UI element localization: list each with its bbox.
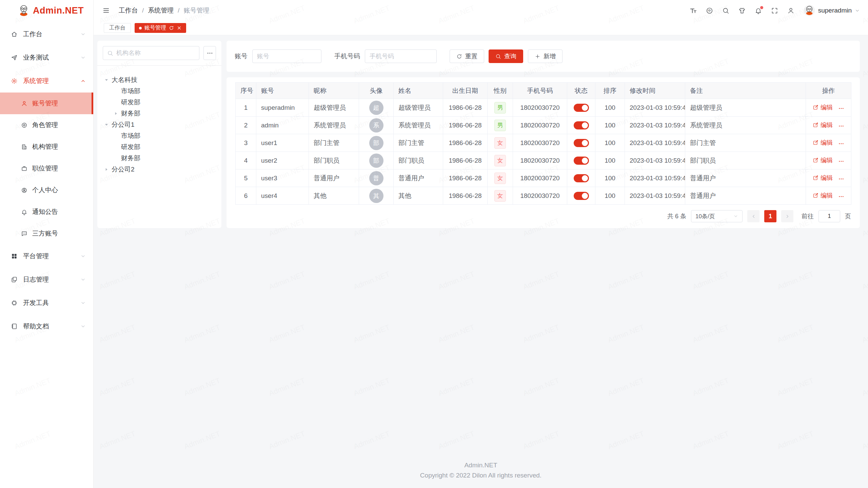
cell-nickname: 部门职员: [309, 152, 359, 169]
sidebar-item-notice-announcement[interactable]: 通知公告: [0, 201, 93, 223]
username: superadmin: [818, 7, 852, 14]
org-more-button[interactable]: [203, 46, 216, 60]
sidebar-item-label: 机构管理: [32, 142, 58, 151]
more-actions-button[interactable]: [838, 176, 844, 182]
tab-workbench[interactable]: 工作台: [104, 23, 131, 33]
sidebar-item-personal-center[interactable]: 个人中心: [0, 179, 93, 201]
status-toggle[interactable]: [574, 174, 589, 182]
sidebar-item-role-management[interactable]: 角色管理: [0, 114, 93, 136]
tree-node-3[interactable]: 财务部: [103, 108, 216, 119]
sidebar-item-business-test[interactable]: 业务测试: [0, 46, 93, 69]
sidebar-item-platform-management[interactable]: 平台管理: [0, 244, 93, 268]
query-button[interactable]: 查询: [489, 49, 523, 63]
more-actions-button[interactable]: [838, 123, 844, 129]
more-actions-button[interactable]: [838, 105, 844, 111]
reset-button[interactable]: 重置: [450, 49, 484, 63]
page-number-1[interactable]: 1: [764, 210, 776, 222]
footer-copyright: Copyright © 2022 Dilon All rights reserv…: [94, 470, 868, 481]
tree-node-8[interactable]: 分公司2: [103, 164, 216, 175]
caret-right-icon[interactable]: [114, 111, 118, 116]
gender-tag: 女: [494, 137, 506, 149]
caret-down-icon[interactable]: [104, 78, 109, 82]
sidebar-item-log-management[interactable]: 日志管理: [0, 268, 93, 291]
sidebar-item-account-management[interactable]: 账号管理: [0, 93, 93, 114]
sidebar-item-org-management[interactable]: 机构管理: [0, 136, 93, 158]
watermark-text: Admin.NET: [607, 323, 645, 345]
prev-page-button[interactable]: [747, 210, 760, 222]
tree-node-4[interactable]: 分公司1: [103, 119, 216, 130]
sidebar-item-label: 日志管理: [23, 275, 49, 284]
tree-node-5[interactable]: 市场部: [103, 130, 216, 141]
cell-nickname: 系统管理员: [309, 117, 359, 134]
sidebar-item-workbench[interactable]: 工作台: [0, 22, 93, 46]
ellipsis-icon: [838, 105, 844, 111]
caret-placeholder: [114, 156, 118, 161]
tree-node-0[interactable]: 大名科技: [103, 74, 216, 85]
edit-button[interactable]: 编辑: [813, 139, 833, 147]
next-page-button[interactable]: [781, 210, 793, 222]
chevron-down-icon: [80, 32, 86, 37]
goto-page-input[interactable]: [818, 210, 840, 222]
add-button[interactable]: 新增: [528, 49, 563, 63]
status-toggle[interactable]: [574, 121, 589, 129]
status-toggle[interactable]: [574, 157, 589, 165]
pagination-total: 共 6 条: [667, 212, 686, 220]
edit-button[interactable]: 编辑: [813, 103, 833, 111]
user-menu[interactable]: superadmin: [804, 5, 860, 16]
sidebar-item-third-party-account[interactable]: 三方账号: [0, 223, 93, 244]
watermark-text: Admin.NET: [183, 270, 221, 292]
edit-button[interactable]: 编辑: [813, 156, 833, 164]
cell-status: [567, 187, 595, 205]
close-icon[interactable]: [177, 25, 182, 30]
status-toggle[interactable]: [574, 139, 589, 147]
gender-tag: 女: [494, 155, 506, 166]
status-toggle[interactable]: [574, 104, 589, 112]
caret-right-icon: [104, 167, 109, 172]
notification-icon[interactable]: [755, 7, 762, 14]
caret-right-icon[interactable]: [104, 167, 109, 172]
edit-button[interactable]: 编辑: [813, 121, 833, 129]
tree-node-6[interactable]: 研发部: [103, 141, 216, 152]
cell-name: 系统管理员: [394, 117, 443, 134]
org-tree-panel: 大名科技市场部研发部财务部分公司1市场部研发部财务部分公司2: [97, 41, 221, 228]
breadcrumb-item[interactable]: 工作台: [119, 6, 138, 15]
font-size-icon[interactable]: [690, 7, 697, 14]
more-actions-button[interactable]: [838, 158, 844, 164]
status-toggle[interactable]: [574, 192, 589, 200]
sidebar-item-position-management[interactable]: 职位管理: [0, 158, 93, 179]
page-size-select[interactable]: 10条/页: [691, 210, 743, 222]
sidebar-item-system-management[interactable]: 系统管理: [0, 69, 93, 93]
ellipsis-icon: [838, 158, 844, 164]
cell-status: [567, 152, 595, 169]
sidebar-item-dev-tools[interactable]: 开发工具: [0, 291, 93, 314]
tree-node-1[interactable]: 市场部: [103, 85, 216, 97]
language-icon[interactable]: 中: [706, 7, 713, 14]
watermark-text: Admin.NET: [437, 376, 476, 398]
goto-label: 前往: [802, 212, 814, 220]
tab-account-management[interactable]: 账号管理: [135, 23, 186, 33]
hamburger-menu-icon[interactable]: [102, 7, 110, 14]
more-actions-button[interactable]: [838, 141, 844, 147]
refresh-icon[interactable]: [169, 25, 174, 30]
caret-down-icon[interactable]: [104, 122, 109, 127]
tree-node-7[interactable]: 财务部: [103, 152, 216, 164]
edit-button[interactable]: 编辑: [813, 191, 833, 200]
sidebar-item-help-docs[interactable]: 帮助文档: [0, 314, 93, 338]
account-input[interactable]: [252, 49, 321, 63]
cell-gender: 男: [488, 99, 513, 117]
breadcrumb-item[interactable]: 系统管理: [148, 6, 174, 15]
watermark-text: Admin.NET: [607, 270, 645, 292]
tree-node-2[interactable]: 研发部: [103, 97, 216, 108]
avatar: 部: [369, 154, 383, 168]
edit-button[interactable]: 编辑: [813, 174, 833, 182]
person-icon[interactable]: [787, 7, 794, 14]
watermark-text: Admin.NET: [268, 376, 306, 398]
watermark-text: Admin.NET: [607, 376, 645, 398]
more-actions-button[interactable]: [838, 194, 844, 200]
theme-icon[interactable]: [738, 7, 746, 14]
phone-input[interactable]: [365, 49, 437, 63]
search-icon[interactable]: [722, 7, 729, 14]
fullscreen-icon[interactable]: [771, 7, 778, 14]
cpu-icon: [11, 300, 18, 306]
org-search-input[interactable]: [116, 49, 195, 57]
